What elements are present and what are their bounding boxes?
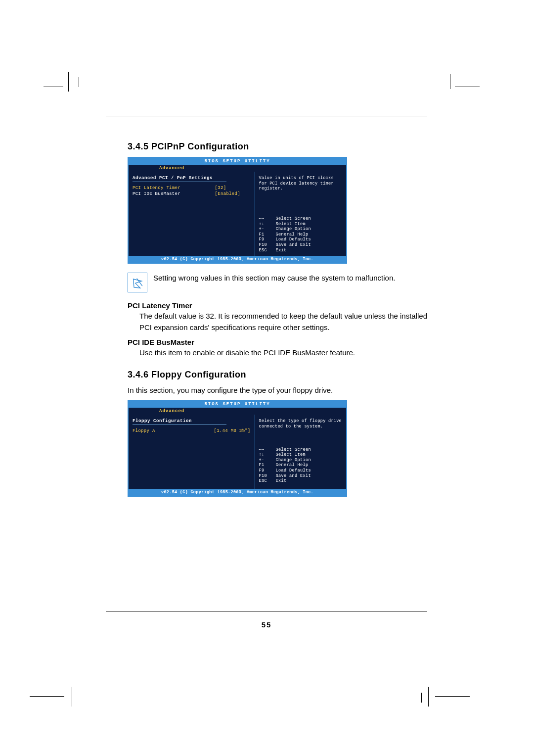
section-heading-345: 3.4.5 PCIPnP Configuration [128, 142, 429, 152]
legend-desc: Exit [276, 478, 343, 484]
bios-left-panel: Advanced PCI / PnP Settings PCI Latency … [129, 172, 255, 256]
legend-key: F1 [259, 232, 276, 237]
page-top-rule [106, 116, 427, 116]
legend-desc: Select Screen [276, 216, 343, 222]
legend-key: F9 [259, 468, 276, 473]
legend-desc: Exit [276, 248, 343, 253]
bios-legend: ←→Select Screen ↑↓Select Item +-Change O… [259, 216, 343, 253]
bios-tab-advanced: Advanced [159, 409, 184, 414]
sub-pci-latency-heading: PCI Latency Timer [128, 301, 429, 310]
legend-desc: Select Item [276, 222, 343, 227]
legend-key: F10 [259, 242, 276, 248]
legend-desc: Change Option [276, 458, 343, 463]
crop-mark [68, 72, 69, 92]
page-number: 55 [106, 620, 427, 629]
bios-item-label: PCI Latency Timer [133, 185, 215, 191]
bios-help-text: Select the type of floppy drive connecte… [259, 419, 343, 429]
bios-item-value: [1.44 MB 3½"] [214, 428, 250, 434]
bios-screenshot-346: BIOS SETUP UTILITY Advanced Floppy Confi… [128, 400, 347, 497]
crop-mark [72, 687, 72, 707]
legend-desc: Select Item [276, 452, 343, 458]
bios-tab-row: Advanced [129, 165, 346, 172]
bios-panel-title: Floppy Configuration [133, 419, 251, 424]
legend-key: F1 [259, 463, 276, 468]
bios-tab-advanced: Advanced [159, 166, 184, 171]
crop-mark [421, 693, 422, 703]
legend-key: ESC [259, 478, 276, 484]
crop-mark [79, 77, 79, 87]
bios-panel-title: Advanced PCI / PnP Settings [133, 176, 251, 181]
legend-desc: Select Screen [276, 447, 343, 453]
crop-mark [435, 696, 470, 697]
crop-mark [428, 687, 429, 707]
bios-legend: ←→Select Screen ↑↓Select Item +-Change O… [259, 447, 343, 484]
legend-desc: Save and Exit [276, 473, 343, 479]
bios-right-panel: Value in units of PCI clocks for PCI dev… [255, 172, 346, 256]
legend-desc: Load Defaults [276, 468, 343, 473]
legend-desc: General Help [276, 232, 343, 237]
crop-mark [450, 74, 450, 89]
legend-key: F9 [259, 237, 276, 242]
bios-item-value: [32] [215, 185, 251, 191]
divider [133, 425, 226, 425]
bios-copyright: v02.54 (C) Copyright 1985-2003, American… [129, 489, 346, 496]
page-bottom-rule [106, 612, 427, 612]
bios-title: BIOS SETUP UTILITY [129, 401, 346, 408]
sub-pci-ide-heading: PCI IDE BusMaster [128, 338, 429, 346]
legend-key: ↑↓ [259, 452, 276, 458]
bios-copyright: v02.54 (C) Copyright 1985-2003, American… [129, 256, 346, 263]
sub-pci-ide-body: Use this item to enable or disable the P… [139, 347, 429, 359]
bios-help-text: Value in units of PCI clocks for PCI dev… [259, 176, 343, 191]
bios-item-floppy-a: Floppy A [1.44 MB 3½"] [133, 428, 251, 434]
divider [133, 182, 226, 182]
bios-screenshot-345: BIOS SETUP UTILITY Advanced Advanced PCI… [128, 157, 347, 264]
legend-key: ←→ [259, 216, 276, 222]
bios-item-pci-latency: PCI Latency Timer [32] [133, 185, 251, 191]
section-heading-346: 3.4.6 Floppy Configuration [128, 370, 429, 380]
caution-icon [128, 273, 147, 292]
bios-right-panel: Select the type of floppy drive connecte… [255, 415, 346, 489]
bios-item-pci-ide-busmaster: PCI IDE BusMaster [Enabled] [133, 191, 251, 197]
legend-desc: Load Defaults [276, 237, 343, 242]
bios-item-value: [Enabled] [215, 191, 251, 197]
bios-title: BIOS SETUP UTILITY [129, 158, 346, 165]
bios-tab-row: Advanced [129, 408, 346, 415]
crop-mark [30, 696, 64, 697]
caution-note: Setting wrong values in this section may… [128, 273, 429, 292]
legend-key: ESC [259, 248, 276, 253]
page-content: 3.4.5 PCIPnP Configuration BIOS SETUP UT… [128, 139, 429, 506]
legend-key: ↑↓ [259, 222, 276, 227]
crop-mark [455, 87, 480, 87]
legend-key: +- [259, 458, 276, 463]
legend-desc: Change Option [276, 227, 343, 232]
section-346-intro: In this section, you may configure the t… [128, 385, 429, 396]
crop-mark [44, 87, 63, 87]
bios-item-label: PCI IDE BusMaster [133, 191, 215, 197]
legend-key: +- [259, 227, 276, 232]
legend-key: ←→ [259, 447, 276, 453]
bios-left-panel: Floppy Configuration Floppy A [1.44 MB 3… [129, 415, 255, 489]
caution-text: Setting wrong values in this section may… [153, 273, 395, 284]
legend-key: F10 [259, 473, 276, 479]
sub-pci-latency-body: The default value is 32. It is recommend… [139, 311, 429, 333]
legend-desc: General Help [276, 463, 343, 468]
bios-item-label: Floppy A [133, 428, 214, 434]
legend-desc: Save and Exit [276, 242, 343, 248]
